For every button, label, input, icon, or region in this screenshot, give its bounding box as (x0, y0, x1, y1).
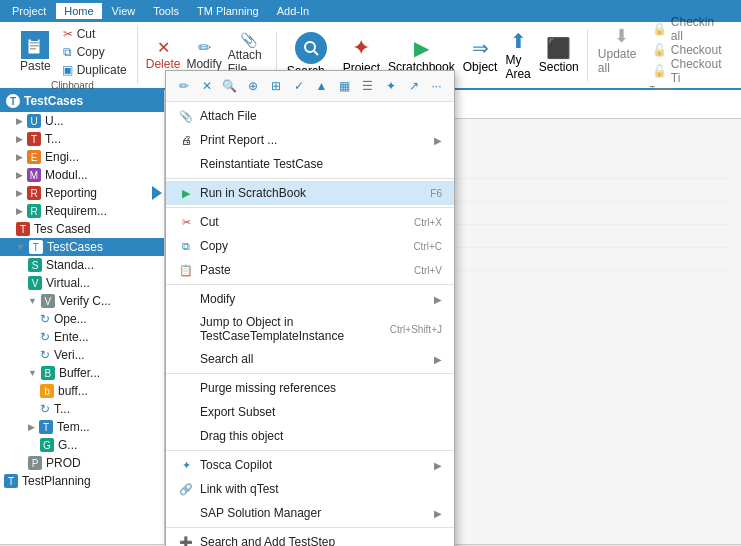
ctx-tb-arrow[interactable]: ↗ (404, 75, 423, 97)
tree-item-buffer[interactable]: ▼ B Buffer... (0, 364, 164, 382)
tab-project[interactable]: Project (4, 3, 54, 19)
ctx-tosca-copilot[interactable]: ✦ Tosca Copilot ▶ (166, 453, 454, 477)
delete-button[interactable]: ✕ Delete (146, 38, 181, 71)
tree-item-testcases-s[interactable]: T Tes Cased (0, 220, 164, 238)
ctx-sap[interactable]: SAP Solution Manager ▶ (166, 501, 454, 525)
tree-item-standa[interactable]: S Standa... (0, 256, 164, 274)
label-verify: Verify C... (59, 294, 111, 308)
ctx-tb-table[interactable]: ▦ (335, 75, 354, 97)
ctx-export[interactable]: Export Subset (166, 400, 454, 424)
ctx-tb-check[interactable]: ✓ (289, 75, 308, 97)
duplicate-label: Duplicate (77, 63, 127, 77)
ctx-reinstantiate[interactable]: Reinstantiate TestCase (166, 152, 454, 176)
tree-header: T TestCases (0, 90, 164, 112)
ctx-paste-label: Paste (200, 263, 231, 277)
jump-shortcut: Ctrl+Shift+J (370, 324, 442, 335)
ctx-attach-file[interactable]: 📎 Attach File (166, 104, 454, 128)
ctx-paste-icon: 📋 (178, 262, 194, 278)
label-reporting: Reporting (45, 186, 97, 200)
paste-button[interactable]: Paste (16, 29, 55, 75)
label-ope: Ope... (54, 312, 87, 326)
ctx-cut-icon: ✂ (178, 214, 194, 230)
checkin-all-button[interactable]: 🔒 Checkin all (652, 15, 725, 43)
tree-item-veri[interactable]: ↻ Veri... (0, 346, 164, 364)
tree-item-requirem[interactable]: ▶ R Requirem... (0, 202, 164, 220)
tree-item-t[interactable]: ▶ T T... (0, 130, 164, 148)
ctx-tb-searchplus[interactable]: ⊕ (243, 75, 262, 97)
ctx-drag[interactable]: Drag this object (166, 424, 454, 448)
tab-tm-planning[interactable]: TM Planning (189, 3, 267, 19)
modify-icon: ✏ (198, 38, 211, 57)
tree-item-engi[interactable]: ▶ E Engi... (0, 148, 164, 166)
copy-button[interactable]: ⧉ Copy (59, 44, 129, 60)
tab-view[interactable]: View (104, 3, 144, 19)
icon-engi: E (27, 150, 41, 164)
label-tem: Tem... (57, 420, 90, 434)
cut-button[interactable]: ✂ Cut (59, 26, 129, 42)
checkout-ti-button[interactable]: 🔓 Checkout Ti (652, 57, 725, 85)
ctx-cut[interactable]: ✂ Cut Ctrl+X (166, 210, 454, 234)
tab-tools[interactable]: Tools (145, 3, 187, 19)
object-button[interactable]: ⇒ Object (463, 36, 498, 74)
ctx-qtest[interactable]: 🔗 Link with qTest (166, 477, 454, 501)
tab-home[interactable]: Home (56, 3, 101, 19)
ctx-tb-edit[interactable]: ✏ (174, 75, 193, 97)
paste-icon (21, 31, 49, 59)
object-icon: ⇒ (472, 36, 489, 60)
tree-item-buff[interactable]: b buff... (0, 382, 164, 400)
ctx-tb-star[interactable]: ✦ (381, 75, 400, 97)
duplicate-button[interactable]: ▣ Duplicate (59, 62, 129, 78)
scratchbook-button[interactable]: ▶ Scratchbook (388, 36, 455, 74)
tree-item-g[interactable]: G G... (0, 436, 164, 454)
ctx-search-all[interactable]: Search all ▶ (166, 347, 454, 371)
tree-item-verify[interactable]: ▼ V Verify C... (0, 292, 164, 310)
tree-item-ope[interactable]: ↻ Ope... (0, 310, 164, 328)
ctx-section-teststep: ➕ Search and Add TestStep (166, 528, 454, 546)
ctx-tb-close[interactable]: ✕ (197, 75, 216, 97)
ctx-tb-lines[interactable]: ☰ (358, 75, 377, 97)
myarea-button[interactable]: ⬆ My Area (505, 29, 530, 81)
label-testcases-s: Tes Cased (34, 222, 91, 236)
project-button[interactable]: ✦ Project (343, 35, 380, 75)
tree-item-t2[interactable]: ↻ T... (0, 400, 164, 418)
ctx-section-integrations: ✦ Tosca Copilot ▶ 🔗 Link with qTest SAP … (166, 451, 454, 528)
tree-item-prod[interactable]: P PROD (0, 454, 164, 472)
section-button[interactable]: ⬛ Section (539, 36, 579, 74)
tree-item-ente[interactable]: ↻ Ente... (0, 328, 164, 346)
ctx-tb-search[interactable]: 🔍 (220, 75, 239, 97)
tree-item-modul[interactable]: ▶ M Modul... (0, 166, 164, 184)
modify-button[interactable]: ✏ Modify (186, 38, 221, 71)
ctx-tb-grid[interactable]: ⊞ (266, 75, 285, 97)
ctx-purge[interactable]: Purge missing references (166, 376, 454, 400)
label-testcases: TestCases (47, 240, 103, 254)
ctx-tb-up[interactable]: ▲ (312, 75, 331, 97)
tree-item-virtual[interactable]: V Virtual... (0, 274, 164, 292)
icon-ente: ↻ (40, 330, 50, 344)
update-all-button[interactable]: ⬇ Update all (598, 25, 646, 75)
tab-add-in[interactable]: Add-In (269, 3, 317, 19)
ctx-search-add[interactable]: ➕ Search and Add TestStep (166, 530, 454, 546)
checkout-button[interactable]: 🔓 Checkout (652, 43, 725, 57)
tree-item-testcases[interactable]: ▼ T TestCases (0, 238, 164, 256)
ctx-modify[interactable]: Modify ▶ (166, 287, 454, 311)
run-shortcut: F6 (410, 188, 442, 199)
arrow-engi: ▶ (16, 152, 23, 162)
tree-item-reporting[interactable]: ▶ R Reporting (0, 184, 164, 202)
search-icon (295, 32, 327, 64)
ctx-print-label: Print Report ... (200, 133, 277, 147)
ctx-paste[interactable]: 📋 Paste Ctrl+V (166, 258, 454, 282)
ctx-jump[interactable]: Jump to Object in TestCaseTemplateInstan… (166, 311, 454, 347)
paste-label: Paste (20, 59, 51, 73)
tree-item-tem[interactable]: ▶ T Tem... (0, 418, 164, 436)
tree-item-testplanning[interactable]: T TestPlanning (0, 472, 164, 490)
ctx-run-scratchbook[interactable]: ▶ Run in ScratchBook F6 (166, 181, 454, 205)
cut-shortcut: Ctrl+X (394, 217, 442, 228)
tree-item-u[interactable]: ▶ U U... (0, 112, 164, 130)
ctx-tosca-label: Tosca Copilot (200, 458, 272, 472)
arrow-testcases: ▼ (16, 242, 25, 252)
ctx-tb-more[interactable]: ··· (427, 75, 446, 97)
ctx-sap-icon (178, 505, 194, 521)
ctx-section-modify: Modify ▶ Jump to Object in TestCaseTempl… (166, 285, 454, 374)
ctx-print-report[interactable]: 🖨 Print Report ... ▶ (166, 128, 454, 152)
ctx-copy[interactable]: ⧉ Copy Ctrl+C (166, 234, 454, 258)
